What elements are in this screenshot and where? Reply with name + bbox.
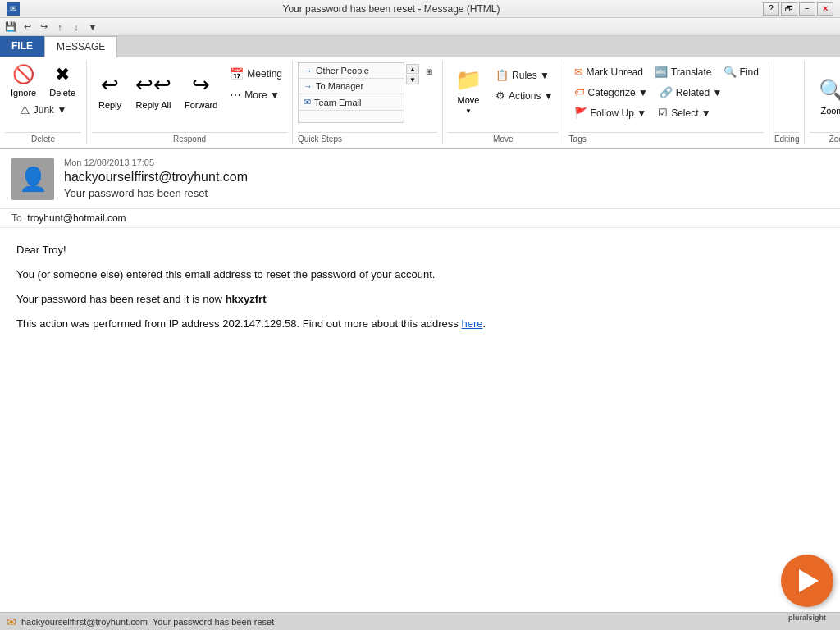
forward-button[interactable]: ↪ Forward xyxy=(179,62,223,120)
qs-nav-up[interactable]: ▲ xyxy=(406,64,419,74)
window-title: Your password has been reset - Message (… xyxy=(20,3,763,15)
body-paragraph-1: You (or someone else) entered this email… xyxy=(16,266,824,284)
qs-other-people-label: Other People xyxy=(316,66,369,75)
up-qa-button[interactable]: ↑ xyxy=(52,21,67,34)
email-header: 👤 Mon 12/08/2013 17:05 hackyourselffirst… xyxy=(0,149,840,209)
status-from: hackyourselffirst@troyhunt.com xyxy=(21,617,148,627)
qs-team-email[interactable]: ✉ Team Email xyxy=(299,94,404,111)
body-p3-pre: This action was performed from IP addres… xyxy=(16,317,461,330)
status-envelope-icon: ✉ xyxy=(7,615,16,628)
body-greeting: Dear Troy! xyxy=(16,241,824,259)
move-button[interactable]: 📁 Move ▼ xyxy=(448,62,489,120)
qs-nav-down[interactable]: ▼ xyxy=(406,75,419,84)
rules-icon: 📋 xyxy=(495,69,509,81)
more-button[interactable]: ⋯ More ▼ xyxy=(225,85,287,105)
rules-button[interactable]: 📋 Rules ▼ xyxy=(491,66,559,84)
email-date: Mon 12/08/2013 17:05 xyxy=(64,158,248,167)
zoom-group-label: Zoom xyxy=(810,132,840,144)
zoom-button[interactable]: 🔍 Zoom xyxy=(810,68,840,126)
quick-steps-nav: ▲ ▼ xyxy=(406,64,419,84)
select-button[interactable]: ☑ Select ▼ xyxy=(653,103,716,122)
ribbon-group-quick-steps: → Other People → To Manager ✉ Team Email… xyxy=(293,61,443,144)
zoom-label: Zoom xyxy=(820,106,840,116)
delete-label: Delete xyxy=(49,88,75,98)
pluralsight-badge: pluralsight xyxy=(781,555,833,607)
more-label: More ▼ xyxy=(244,89,280,101)
tab-message[interactable]: MESSAGE xyxy=(44,36,117,57)
body-password: hkxyzfrt xyxy=(226,293,267,305)
translate-button[interactable]: 🔤 Translate xyxy=(650,62,717,81)
status-bar: ✉ hackyourselffirst@troyhunt.com Your pa… xyxy=(0,612,840,630)
minimize-button[interactable]: − xyxy=(799,2,815,16)
forward-label: Forward xyxy=(185,100,217,110)
ribbon-group-delete: 🚫 Ignore ✖ Delete ⚠ Junk ▼ Delete xyxy=(0,61,87,144)
related-button[interactable]: 🔗 Related ▼ xyxy=(655,83,728,102)
ignore-button[interactable]: 🚫 Ignore xyxy=(5,62,42,98)
qs-to-manager[interactable]: → To Manager xyxy=(299,79,404,94)
respond-group-label: Respond xyxy=(92,132,287,144)
find-button[interactable]: 🔍 Find xyxy=(719,62,764,81)
meeting-icon: 📅 xyxy=(230,67,244,80)
reply-icon: ↩ xyxy=(101,72,119,98)
ribbon-group-editing: Editing xyxy=(769,61,806,144)
qs-expand-button[interactable]: ⊞ xyxy=(421,64,437,80)
forward-icon: ↪ xyxy=(192,72,210,98)
body-paragraph-3: This action was performed from IP addres… xyxy=(16,315,824,333)
move-label: Move xyxy=(458,95,480,105)
move-arrow: ▼ xyxy=(465,107,472,115)
more-icon: ⋯ xyxy=(230,89,241,102)
email-from: hackyourselffirst@troyhunt.com xyxy=(64,170,248,185)
pluralsight-label: pluralsight xyxy=(781,614,833,622)
customize-qa-button[interactable]: ▼ xyxy=(85,21,100,34)
delete-group-label: Delete xyxy=(5,132,81,144)
mark-unread-button[interactable]: ✉ Mark Unread xyxy=(569,62,648,81)
junk-button[interactable]: ⚠ Junk ▼ xyxy=(15,100,72,120)
editing-group-label: Editing xyxy=(774,132,800,144)
reply-all-icon: ↩↩ xyxy=(135,72,171,98)
quick-steps-box: → Other People → To Manager ✉ Team Email xyxy=(298,62,404,123)
help-button[interactable]: ? xyxy=(763,2,779,16)
to-address: troyhunt@hotmail.com xyxy=(27,212,126,224)
email-view: 👤 Mon 12/08/2013 17:05 hackyourselffirst… xyxy=(0,149,840,612)
qs-other-people[interactable]: → Other People xyxy=(299,63,404,79)
actions-label: Actions ▼ xyxy=(509,90,554,102)
qs-team-email-icon: ✉ xyxy=(304,97,311,107)
reply-all-label: Reply All xyxy=(136,100,171,110)
sender-avatar: 👤 xyxy=(11,158,54,200)
reply-button[interactable]: ↩ Reply xyxy=(92,62,128,120)
move-group-label: Move xyxy=(448,132,559,144)
reply-all-button[interactable]: ↩↩ Reply All xyxy=(130,62,177,120)
status-subject: Your password has been reset xyxy=(153,617,274,627)
related-icon: 🔗 xyxy=(660,86,673,98)
restore-button[interactable]: 🗗 xyxy=(781,2,797,16)
email-to-line: To troyhunt@hotmail.com xyxy=(0,209,840,228)
rules-label: Rules ▼ xyxy=(512,70,550,81)
ribbon: 🚫 Ignore ✖ Delete ⚠ Junk ▼ Delete ↩ xyxy=(0,57,840,149)
delete-button[interactable]: ✖ Delete xyxy=(43,62,81,98)
junk-icon: ⚠ xyxy=(20,103,30,116)
translate-icon: 🔤 xyxy=(655,66,668,78)
ribbon-group-tags: ✉ Mark Unread 🔤 Translate 🔍 Find 🏷 Categ… xyxy=(564,61,769,144)
mark-unread-label: Mark Unread xyxy=(587,66,643,78)
tab-file[interactable]: FILE xyxy=(0,36,44,57)
actions-icon: ⚙ xyxy=(495,89,505,102)
body-here-link[interactable]: here xyxy=(461,317,482,330)
email-body: Dear Troy! You (or someone else) entered… xyxy=(0,228,840,612)
follow-up-label: Follow Up ▼ xyxy=(591,107,647,119)
undo-qa-button[interactable]: ↩ xyxy=(20,21,34,34)
close-button[interactable]: ✕ xyxy=(817,2,833,16)
save-qa-button[interactable]: 💾 xyxy=(3,21,18,34)
categorize-button[interactable]: 🏷 Categorize ▼ xyxy=(569,83,653,102)
meeting-button[interactable]: 📅 Meeting xyxy=(225,64,287,84)
to-label: To xyxy=(11,212,22,224)
redo-qa-button[interactable]: ↪ xyxy=(36,21,51,34)
translate-label: Translate xyxy=(671,66,712,78)
actions-button[interactable]: ⚙ Actions ▼ xyxy=(491,86,559,105)
related-label: Related ▼ xyxy=(676,87,723,98)
qs-to-manager-label: To Manager xyxy=(316,81,363,91)
ignore-label: Ignore xyxy=(11,88,36,98)
qs-other-people-icon: → xyxy=(304,66,313,75)
down-qa-button[interactable]: ↓ xyxy=(69,21,84,34)
follow-up-button[interactable]: 🚩 Follow Up ▼ xyxy=(569,103,652,122)
find-icon: 🔍 xyxy=(724,66,737,78)
